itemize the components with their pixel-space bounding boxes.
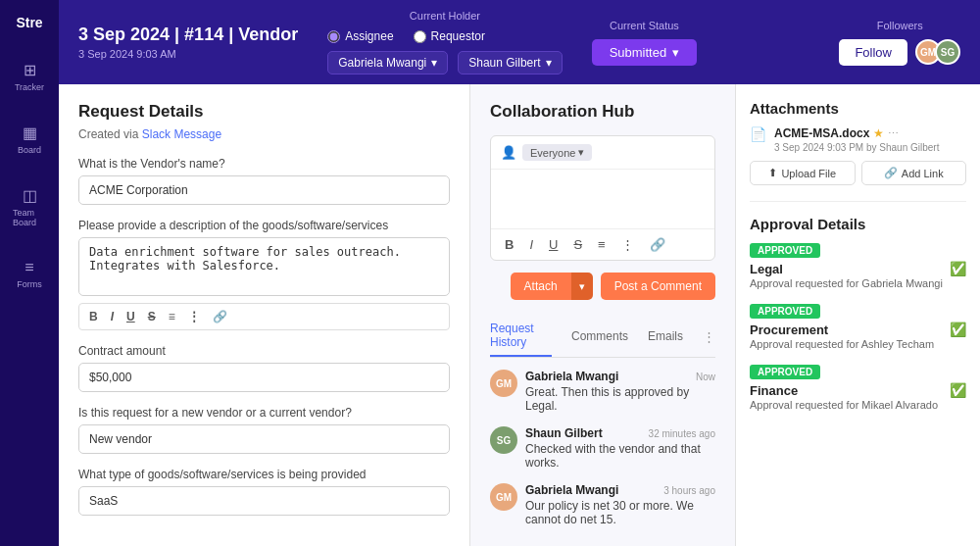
- comment-item: GM Gabriela Mwangi 3 hours ago Our polic…: [490, 483, 715, 526]
- contract-amount-input[interactable]: [78, 363, 450, 392]
- strikethrough-button[interactable]: S: [569, 235, 586, 254]
- link-button[interactable]: 🔗: [646, 235, 669, 254]
- goods-type-select[interactable]: SaaS: [78, 486, 450, 516]
- file-star-icon: ★: [873, 126, 884, 140]
- vendor-name-label: What is the Vendor's name?: [78, 157, 450, 171]
- contract-amount-field: Contract amount: [78, 344, 450, 392]
- assignee-radio-input[interactable]: [327, 30, 340, 43]
- upload-btn-label: Upload File: [781, 168, 836, 179]
- forms-icon: ≡: [24, 259, 33, 276]
- sidebar-item-label: Board: [18, 145, 41, 155]
- tab-more-options[interactable]: ⋮: [703, 329, 715, 344]
- bullet-list-button[interactable]: ≡: [594, 235, 610, 254]
- file-name: ACME-MSA.docx: [774, 126, 869, 140]
- body-area: Request Details Created via Slack Messag…: [59, 84, 980, 546]
- comment-header-3: Gabriela Mwangi 3 hours ago: [525, 483, 715, 497]
- tab-emails[interactable]: Emails: [648, 323, 683, 349]
- attach-button[interactable]: Attach: [511, 273, 571, 300]
- tracker-icon: ⊞: [24, 61, 36, 79]
- sidebar-item-board[interactable]: ▦ Board: [5, 118, 54, 161]
- contract-amount-label: Contract amount: [78, 344, 450, 358]
- comment-time-1: Now: [696, 372, 715, 382]
- status-value: Submitted: [610, 45, 667, 60]
- history-tabs: Request History Comments Emails ⋮: [490, 316, 715, 358]
- underline-button[interactable]: U: [545, 235, 562, 254]
- vendor-name-field: What is the Vendor's name?: [78, 157, 450, 205]
- sidebar-item-team-board[interactable]: ◫ Team Board: [5, 180, 54, 233]
- file-more-icon[interactable]: ⋯: [888, 127, 899, 140]
- attachment-item: 📄 ACME-MSA.docx ★ ⋯ 3 Sep 2024 9:03 PM b…: [750, 126, 966, 153]
- tab-request-history[interactable]: Request History: [490, 316, 552, 357]
- requestor-radio-input[interactable]: [414, 30, 426, 43]
- holder-select-group: Gabriela Mwangi ▾ Shaun Gilbert ▾: [327, 51, 562, 74]
- comment-avatar-1: GM: [490, 370, 517, 397]
- comment-content-3: Gabriela Mwangi 3 hours ago Our policy i…: [525, 483, 715, 526]
- board-icon: ▦: [23, 124, 37, 142]
- current-status-section: Current Status Submitted ▾: [592, 20, 698, 66]
- description-toolbar: B I U S ≡ ⋮ 🔗: [78, 303, 450, 330]
- requestor-select[interactable]: Shaun Gilbert ▾: [458, 51, 562, 74]
- approval-item-legal: APPROVED Legal ✅ Approval requested for …: [750, 242, 966, 289]
- chevron-down-icon: ▾: [578, 146, 584, 159]
- approval-name-finance: Finance: [750, 383, 798, 398]
- numbered-list-button[interactable]: ⋮: [184, 308, 204, 325]
- approval-badge-finance: APPROVED: [750, 365, 820, 379]
- post-comment-button[interactable]: Post a Comment: [601, 273, 715, 300]
- comment-text-1: Great. Then this is approved by Legal.: [525, 385, 715, 413]
- approval-badge-procurement: APPROVED: [750, 304, 820, 319]
- comment-text-3: Our policy is net 30 or more. We cannot …: [525, 499, 715, 526]
- bullet-list-button[interactable]: ≡: [165, 308, 179, 325]
- status-badge[interactable]: Submitted ▾: [592, 39, 698, 66]
- italic-button[interactable]: I: [525, 235, 537, 254]
- assignee-radio[interactable]: Assignee: [327, 29, 393, 43]
- strikethrough-button[interactable]: S: [144, 308, 160, 325]
- approval-title-legal: Legal ✅: [750, 261, 966, 276]
- description-label: Please provide a description of the good…: [78, 219, 450, 232]
- comment-time-2: 32 minutes ago: [649, 428, 715, 439]
- approval-check-icon: ✅: [950, 261, 966, 276]
- created-via-link[interactable]: Slack Message: [142, 127, 221, 141]
- attachments-title: Attachments: [750, 100, 966, 117]
- comment-avatar-2: SG: [490, 426, 517, 454]
- attach-dropdown-button[interactable]: ▾: [571, 273, 593, 300]
- sidebar-item-label: Team Board: [13, 208, 46, 227]
- sidebar-item-tracker[interactable]: ⊞ Tracker: [5, 55, 54, 98]
- bold-button[interactable]: B: [85, 308, 102, 325]
- created-via-text: Created via: [78, 127, 138, 141]
- goods-type-label: What type of goods/software/services is …: [78, 468, 450, 481]
- approval-item-procurement: APPROVED Procurement ✅ Approval requeste…: [750, 303, 966, 350]
- approval-title-procurement: Procurement ✅: [750, 322, 966, 337]
- goods-type-field: What type of goods/software/services is …: [78, 468, 450, 516]
- assignee-select[interactable]: Gabriela Mwangi ▾: [327, 51, 448, 74]
- follow-button[interactable]: Follow: [839, 39, 907, 66]
- comment-item: SG Shaun Gilbert 32 minutes ago Checked …: [490, 426, 715, 470]
- requestor-radio[interactable]: Requestor: [414, 29, 485, 43]
- upload-file-button[interactable]: ⬆ Upload File: [750, 161, 856, 185]
- comment-header-1: Gabriela Mwangi Now: [525, 370, 715, 383]
- vendor-type-select[interactable]: New vendor: [78, 424, 450, 454]
- add-link-button[interactable]: 🔗 Add Link: [861, 161, 967, 185]
- comment-avatar-3: GM: [490, 483, 517, 511]
- numbered-list-button[interactable]: ⋮: [617, 235, 638, 254]
- approval-title-finance: Finance ✅: [750, 382, 966, 398]
- tab-comments[interactable]: Comments: [571, 323, 628, 349]
- link-button[interactable]: 🔗: [209, 308, 231, 325]
- sidebar-item-forms[interactable]: ≡ Forms: [5, 253, 54, 295]
- requestor-value: Shaun Gilbert: [468, 56, 540, 70]
- underline-button[interactable]: U: [122, 308, 139, 325]
- created-via: Created via Slack Message: [78, 127, 450, 141]
- approval-sub-finance: Approval requested for Mikael Alvarado: [750, 399, 966, 411]
- chevron-down-icon: ▾: [672, 45, 679, 60]
- description-textarea[interactable]: Data enrichment software for sales outre…: [78, 237, 450, 296]
- everyone-tag[interactable]: Everyone ▾: [522, 144, 592, 161]
- collaboration-hub-panel: Collaboration Hub 👤 Everyone ▾ B I U S ≡: [470, 84, 735, 546]
- upload-icon: ⬆: [768, 167, 777, 179]
- italic-button[interactable]: I: [107, 308, 118, 325]
- vendor-name-input[interactable]: [78, 175, 450, 205]
- editor-body[interactable]: [491, 170, 714, 228]
- current-status-label: Current Status: [610, 20, 679, 31]
- bold-button[interactable]: B: [501, 235, 517, 254]
- approval-name-legal: Legal: [750, 262, 783, 276]
- chevron-down-icon: ▾: [431, 56, 437, 70]
- link-icon: 🔗: [884, 167, 898, 179]
